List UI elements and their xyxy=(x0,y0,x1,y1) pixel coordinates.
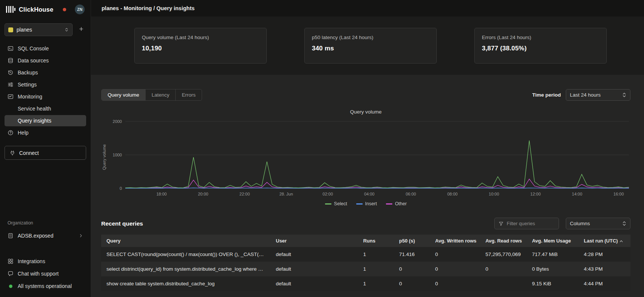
col-user[interactable]: User xyxy=(270,235,358,247)
cell-user: default xyxy=(270,262,358,276)
col-avg-written-rows[interactable]: Avg. Written rows xyxy=(430,235,480,247)
col-runs[interactable]: Runs xyxy=(358,235,394,247)
cell-user: default xyxy=(270,276,358,291)
filter-queries-box[interactable] xyxy=(494,218,559,229)
tab-errors[interactable]: Errors xyxy=(176,89,202,100)
building-icon xyxy=(8,233,14,239)
table-row[interactable]: show create table system.distributed_cac… xyxy=(101,276,630,291)
cell-last-run: 4:28 PM xyxy=(579,247,630,262)
columns-label: Columns xyxy=(570,221,590,226)
sidebar-item-service-health[interactable]: Service health xyxy=(5,103,86,114)
chevron-right-icon xyxy=(79,233,83,238)
recent-queries-table: Query User Runs p50 (s) Avg. Written row… xyxy=(101,235,630,291)
sidebar-item-label: All systems operational xyxy=(18,283,72,289)
table-row[interactable]: select distrinct(query_id) from system.d… xyxy=(101,262,630,276)
tab-query-volume[interactable]: Query volume xyxy=(102,89,146,100)
col-last-run-label: Last run (UTC) xyxy=(584,238,618,244)
sidebar-item-sql-console[interactable]: SQL Console xyxy=(5,43,86,54)
sidebar-item-settings[interactable]: Settings xyxy=(5,79,86,90)
chevron-updown-icon xyxy=(622,221,626,226)
cell-p50: 71.416 xyxy=(394,247,430,262)
sidebar-item-backups[interactable]: Backups xyxy=(5,67,86,78)
col-p50[interactable]: p50 (s) xyxy=(394,235,430,247)
sidebar-item-label: Integrations xyxy=(18,258,45,264)
stat-value: 10,190 xyxy=(142,45,259,52)
cell-p50: 0 xyxy=(394,262,430,276)
chart-tabs: Query volume Latency Errors xyxy=(101,89,202,101)
columns-select[interactable]: Columns xyxy=(566,218,630,229)
cell-avg-read-rows xyxy=(480,276,527,291)
clickhouse-logo-icon xyxy=(6,6,15,13)
legend-swatch-other xyxy=(386,203,392,205)
sort-asc-icon xyxy=(620,240,623,242)
cell-last-run: 4:44 PM xyxy=(579,276,630,291)
cell-avg-mem-usage: 0 Bytes xyxy=(527,262,579,276)
sidebar-item-label: Backups xyxy=(18,70,38,76)
table-header-row: Query User Runs p50 (s) Avg. Written row… xyxy=(101,235,630,247)
legend-label: Other xyxy=(395,201,407,206)
legend-swatch-insert xyxy=(356,203,363,205)
sidebar-item-system-status[interactable]: All systems operational xyxy=(5,280,86,292)
svg-text:22:00: 22:00 xyxy=(240,192,250,196)
avatar[interactable]: ZN xyxy=(75,5,85,14)
plug-icon xyxy=(9,150,15,156)
col-query[interactable]: Query xyxy=(101,235,270,247)
service-selector[interactable]: planes xyxy=(5,23,73,36)
cell-query: SELECT CAST(round(pow(count() / max(coun… xyxy=(101,247,270,262)
organization-name: ADSB.exposed xyxy=(18,233,53,239)
main-area: planes - Monitoring / Query insights Que… xyxy=(91,0,644,297)
svg-text:20:00: 20:00 xyxy=(198,192,208,196)
sidebar-nav: SQL Console Data sources Backups Setting… xyxy=(5,43,86,138)
recent-queries-title: Recent queries xyxy=(101,220,143,227)
chart-legend: Select Insert Other xyxy=(101,201,630,206)
terminal-icon xyxy=(8,45,14,52)
chart-title: Query volume xyxy=(101,109,630,115)
sidebar-item-integrations[interactable]: Integrations xyxy=(5,256,86,267)
sidebar-item-data-sources[interactable]: Data sources xyxy=(5,55,86,66)
sidebar-item-chat-support[interactable]: Chat with support xyxy=(5,268,86,279)
cell-p50: 0 xyxy=(394,276,430,291)
sidebar-bottom: Organization ADSB.exposed Integrations xyxy=(5,220,86,292)
svg-text:1000: 1000 xyxy=(113,153,122,157)
sidebar-item-monitoring[interactable]: Monitoring xyxy=(5,91,86,102)
sidebar-item-help[interactable]: Help xyxy=(5,127,86,138)
svg-text:10:00: 10:00 xyxy=(489,192,499,196)
cell-runs: 1 xyxy=(358,247,394,262)
table-row[interactable]: SELECT CAST(round(pow(count() / max(coun… xyxy=(101,247,630,262)
question-circle-icon xyxy=(8,130,14,136)
legend-item-select[interactable]: Select xyxy=(325,201,347,206)
sidebar-item-label: Monitoring xyxy=(18,94,42,100)
svg-text:14:00: 14:00 xyxy=(572,192,582,196)
col-avg-read-rows[interactable]: Avg. Read rows xyxy=(480,235,527,247)
content: Query volume Latency Errors Time period … xyxy=(91,75,644,297)
cell-avg-mem-usage: 717.47 MiB xyxy=(527,247,579,262)
filter-queries-input[interactable] xyxy=(507,221,551,226)
connect-button[interactable]: Connect xyxy=(5,146,86,160)
sidebar-item-label: Data sources xyxy=(18,58,49,64)
sidebar-item-label: Settings xyxy=(18,82,37,88)
svg-text:08:00: 08:00 xyxy=(447,192,458,196)
time-period-select[interactable]: Last 24 hours xyxy=(566,89,630,101)
sidebar-item-label: SQL Console xyxy=(18,45,49,52)
add-service-button[interactable] xyxy=(76,25,86,35)
svg-text:16:00: 16:00 xyxy=(614,192,624,196)
notification-dot xyxy=(63,8,66,11)
chart-y-axis-label: Query volume xyxy=(102,127,106,187)
sidebar-item-query-insights[interactable]: Query insights xyxy=(5,115,86,126)
cell-avg-mem-usage: 9.15 KiB xyxy=(527,276,579,291)
stat-value: 3,877 (38.05%) xyxy=(482,45,599,52)
cell-runs: 1 xyxy=(358,262,394,276)
col-avg-mem-usage[interactable]: Avg. Mem Usage xyxy=(527,235,579,247)
svg-text:28. Jun: 28. Jun xyxy=(279,192,293,196)
query-volume-chart: 01000200018:0020:0022:0028. Jun02:0004:0… xyxy=(101,118,630,198)
service-icon xyxy=(8,27,13,32)
recent-queries-controls: Columns xyxy=(494,218,630,229)
legend-item-insert[interactable]: Insert xyxy=(356,201,377,206)
legend-item-other[interactable]: Other xyxy=(386,201,407,206)
tab-latency[interactable]: Latency xyxy=(146,89,176,100)
svg-text:0: 0 xyxy=(120,186,122,191)
sidebar-item-label: Service health xyxy=(18,106,51,112)
organization-label: Organization xyxy=(5,220,86,226)
organization-item[interactable]: ADSB.exposed xyxy=(5,230,86,241)
col-last-run[interactable]: Last run (UTC) xyxy=(579,235,630,247)
